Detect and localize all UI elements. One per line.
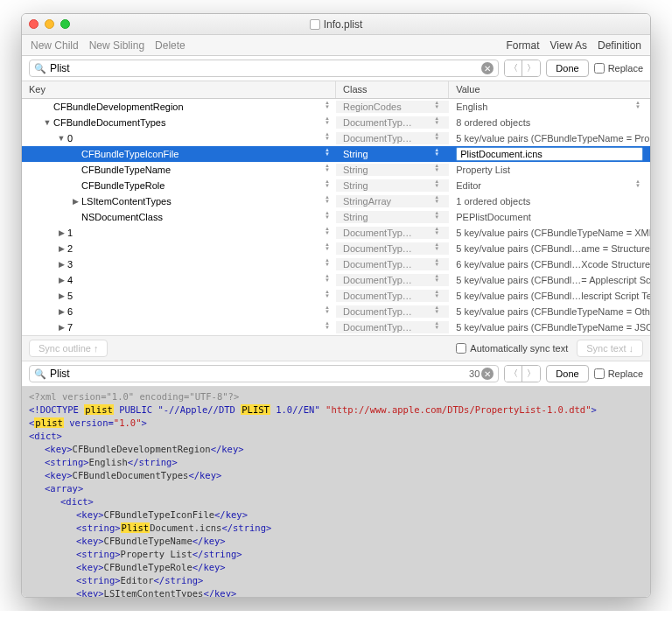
outline-row[interactable]: ▶4DocumentTyp…5 key/value pairs (CFBundl… xyxy=(22,272,650,288)
outline-row[interactable]: ▶7DocumentTyp…5 key/value pairs (CFBundl… xyxy=(22,319,650,335)
key-stepper-icon[interactable] xyxy=(325,148,332,160)
key-stepper-icon[interactable] xyxy=(325,116,332,129)
key-stepper-icon[interactable] xyxy=(325,179,332,192)
class-stepper-icon[interactable] xyxy=(434,132,442,144)
done-button[interactable]: Done xyxy=(546,60,588,77)
outline-row[interactable]: ▼CFBundleDocumentTypesDocumentTyp…8 orde… xyxy=(22,115,650,130)
header-value[interactable]: Value xyxy=(449,81,650,98)
key-stepper-icon[interactable] xyxy=(325,258,332,270)
outline-row[interactable]: CFBundleTypeNameStringProperty List xyxy=(22,162,650,178)
key-stepper-icon[interactable] xyxy=(325,101,332,113)
next-button[interactable]: 〉 xyxy=(522,60,540,76)
value-stepper-icon[interactable] xyxy=(635,179,643,192)
outline-row[interactable]: CFBundleTypeRoleStringEditor xyxy=(22,178,650,193)
value-stepper-icon[interactable] xyxy=(635,101,643,113)
outline-view[interactable]: CFBundleDevelopmentRegionRegionCodesEngl… xyxy=(22,99,650,335)
outline-search-input[interactable] xyxy=(50,62,481,74)
class-stepper-icon[interactable] xyxy=(434,195,442,207)
key-stepper-icon[interactable] xyxy=(325,274,332,286)
replace-checkbox[interactable] xyxy=(594,368,605,379)
class-stepper-icon[interactable] xyxy=(434,211,442,223)
key-stepper-icon[interactable] xyxy=(325,321,332,333)
outline-row[interactable]: ▶2DocumentTyp…5 key/value pairs (CFBundl… xyxy=(22,241,650,256)
key-stepper-icon[interactable] xyxy=(325,195,332,207)
disclosure-icon xyxy=(71,165,80,174)
disclosure-icon[interactable]: ▼ xyxy=(57,134,66,143)
key-stepper-icon[interactable] xyxy=(325,242,332,255)
outline-row[interactable]: ▶1DocumentTyp…5 key/value pairs (CFBundl… xyxy=(22,225,650,241)
disclosure-icon[interactable]: ▶ xyxy=(57,260,66,269)
auto-sync-checkbox[interactable] xyxy=(456,343,466,354)
class-stepper-icon[interactable] xyxy=(434,290,442,302)
disclosure-icon[interactable]: ▼ xyxy=(43,118,52,127)
outline-row[interactable]: NSDocumentClassStringPEPlistDocument xyxy=(22,209,650,225)
sync-outline-button[interactable]: Sync outline ↑ xyxy=(29,340,108,357)
disclosure-icon[interactable]: ▶ xyxy=(57,291,66,300)
class-stepper-icon[interactable] xyxy=(434,227,442,239)
prev-button[interactable]: 〈 xyxy=(505,366,522,382)
done-button[interactable]: Done xyxy=(546,365,588,382)
delete-button[interactable]: Delete xyxy=(155,39,186,52)
source-search-input[interactable] xyxy=(50,368,469,380)
key-stepper-icon[interactable] xyxy=(325,132,332,144)
sync-text-button[interactable]: Sync text ↓ xyxy=(577,340,643,357)
disclosure-icon[interactable]: ▶ xyxy=(57,307,66,316)
outline-row[interactable]: ▶3DocumentTyp…6 key/value pairs (CFBundl… xyxy=(22,256,650,272)
outline-row[interactable]: CFBundleDevelopmentRegionRegionCodesEngl… xyxy=(22,99,650,115)
definition-button[interactable]: Definition xyxy=(598,39,641,52)
search-icon: 🔍 xyxy=(34,368,46,380)
replace-toggle[interactable]: Replace xyxy=(594,63,643,74)
outline-row[interactable]: ▶LSItemContentTypesStringArray1 ordered … xyxy=(22,193,650,209)
class-stepper-icon[interactable] xyxy=(434,116,442,129)
class-stepper-icon[interactable] xyxy=(434,305,442,318)
row-key: NSDocumentClass xyxy=(81,212,163,222)
new-child-button[interactable]: New Child xyxy=(31,39,79,52)
auto-sync-toggle[interactable]: Automatically sync text xyxy=(456,343,568,354)
row-class: DocumentTyp… xyxy=(343,259,412,270)
key-stepper-icon[interactable] xyxy=(325,227,332,239)
header-key[interactable]: Key xyxy=(22,81,336,98)
row-key: 6 xyxy=(67,306,73,317)
result-count: 30 xyxy=(469,368,480,379)
class-stepper-icon[interactable] xyxy=(434,274,442,286)
class-stepper-icon[interactable] xyxy=(434,179,442,192)
outline-row[interactable]: CFBundleTypeIconFileString xyxy=(22,146,650,162)
row-class: RegionCodes xyxy=(343,102,402,112)
disclosure-icon[interactable]: ▶ xyxy=(57,244,66,253)
row-class: DocumentTyp… xyxy=(343,243,412,254)
class-stepper-icon[interactable] xyxy=(434,242,442,255)
disclosure-icon[interactable]: ▶ xyxy=(71,197,80,206)
class-stepper-icon[interactable] xyxy=(434,321,442,333)
class-stepper-icon[interactable] xyxy=(434,101,442,113)
class-stepper-icon[interactable] xyxy=(434,258,442,270)
clear-search-icon[interactable]: ✕ xyxy=(481,368,494,380)
replace-checkbox[interactable] xyxy=(594,63,605,74)
outline-row[interactable]: ▼0DocumentTyp…5 key/value pairs (CFBundl… xyxy=(22,130,650,146)
prev-button[interactable]: 〈 xyxy=(505,60,522,76)
class-stepper-icon[interactable] xyxy=(434,164,442,176)
source-editor[interactable]: <?xml version="1.0" encoding="UTF-8"?> <… xyxy=(22,387,650,597)
key-stepper-icon[interactable] xyxy=(325,211,332,223)
outline-row[interactable]: ▶5DocumentTyp…5 key/value pairs (CFBundl… xyxy=(22,288,650,304)
row-class: DocumentTyp… xyxy=(343,306,412,317)
disclosure-icon xyxy=(71,181,80,190)
format-button[interactable]: Format xyxy=(506,39,539,52)
outline-row[interactable]: ▶6DocumentTyp…5 key/value pairs (CFBundl… xyxy=(22,304,650,319)
class-stepper-icon[interactable] xyxy=(434,148,442,160)
key-stepper-icon[interactable] xyxy=(325,164,332,176)
row-value-input[interactable] xyxy=(456,147,643,161)
replace-toggle[interactable]: Replace xyxy=(594,368,643,379)
row-class: DocumentTyp… xyxy=(343,117,412,128)
key-stepper-icon[interactable] xyxy=(325,305,332,318)
clear-search-icon[interactable]: ✕ xyxy=(481,62,494,74)
header-class[interactable]: Class xyxy=(336,81,449,98)
sync-bar: Sync outline ↑ Automatically sync text S… xyxy=(22,335,650,361)
new-sibling-button[interactable]: New Sibling xyxy=(89,39,144,52)
row-value: Editor xyxy=(456,180,481,191)
disclosure-icon[interactable]: ▶ xyxy=(57,228,66,237)
next-button[interactable]: 〉 xyxy=(522,366,540,382)
disclosure-icon[interactable]: ▶ xyxy=(57,276,66,284)
view-as-button[interactable]: View As xyxy=(550,39,587,52)
key-stepper-icon[interactable] xyxy=(325,290,332,302)
disclosure-icon[interactable]: ▶ xyxy=(57,323,66,332)
